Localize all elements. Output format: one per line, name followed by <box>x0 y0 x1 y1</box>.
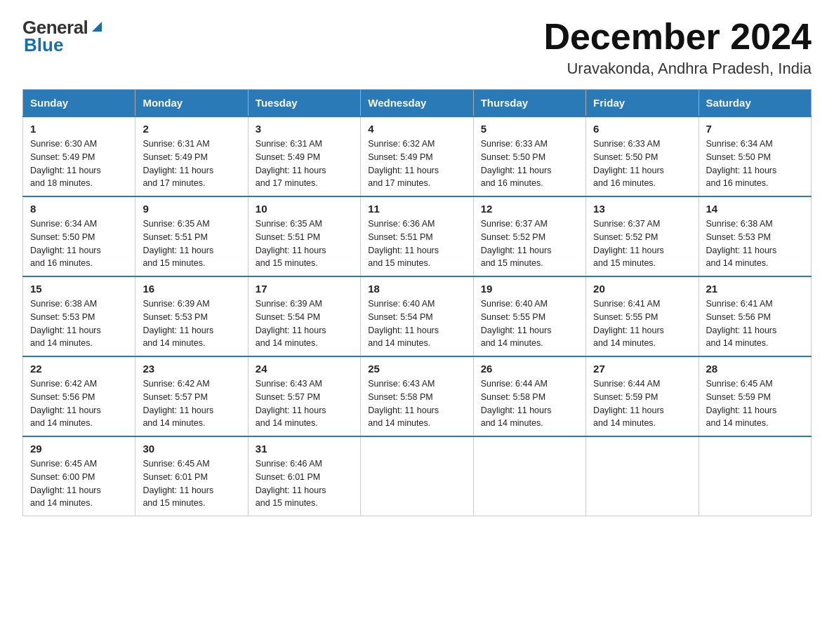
calendar-cell: 17 Sunrise: 6:39 AM Sunset: 5:54 PM Dayl… <box>248 276 360 356</box>
day-info: Sunrise: 6:37 AM Sunset: 5:52 PM Dayligh… <box>481 217 578 270</box>
logo-blue: Blue <box>22 34 63 56</box>
day-info: Sunrise: 6:44 AM Sunset: 5:59 PM Dayligh… <box>593 377 691 430</box>
day-number: 16 <box>143 283 240 295</box>
week-row-5: 29 Sunrise: 6:45 AM Sunset: 6:00 PM Dayl… <box>23 436 812 516</box>
day-number: 2 <box>143 123 240 135</box>
calendar-cell: 12 Sunrise: 6:37 AM Sunset: 5:52 PM Dayl… <box>473 196 585 276</box>
calendar-header-row: Sunday Monday Tuesday Wednesday Thursday… <box>23 90 812 117</box>
calendar-cell <box>361 436 473 516</box>
day-number: 29 <box>30 443 128 455</box>
calendar-cell: 4 Sunrise: 6:32 AM Sunset: 5:49 PM Dayli… <box>361 116 473 196</box>
day-info: Sunrise: 6:43 AM Sunset: 5:58 PM Dayligh… <box>368 377 465 430</box>
day-info: Sunrise: 6:30 AM Sunset: 5:49 PM Dayligh… <box>30 137 128 190</box>
page-header: General Blue December 2024 Uravakonda, A… <box>22 17 812 78</box>
calendar-cell <box>699 436 811 516</box>
col-thursday: Thursday <box>473 90 585 117</box>
day-info: Sunrise: 6:37 AM Sunset: 5:52 PM Dayligh… <box>593 217 691 270</box>
day-number: 19 <box>481 283 578 295</box>
day-number: 26 <box>481 363 578 375</box>
day-number: 22 <box>30 363 128 375</box>
day-number: 4 <box>368 123 465 135</box>
calendar-cell: 13 Sunrise: 6:37 AM Sunset: 5:52 PM Dayl… <box>586 196 699 276</box>
day-info: Sunrise: 6:31 AM Sunset: 5:49 PM Dayligh… <box>143 137 240 190</box>
col-friday: Friday <box>586 90 699 117</box>
day-info: Sunrise: 6:36 AM Sunset: 5:51 PM Dayligh… <box>368 217 465 270</box>
day-info: Sunrise: 6:32 AM Sunset: 5:49 PM Dayligh… <box>368 137 465 190</box>
day-info: Sunrise: 6:41 AM Sunset: 5:55 PM Dayligh… <box>593 297 691 350</box>
day-number: 25 <box>368 363 465 375</box>
calendar-cell: 7 Sunrise: 6:34 AM Sunset: 5:50 PM Dayli… <box>699 116 811 196</box>
calendar-cell: 15 Sunrise: 6:38 AM Sunset: 5:53 PM Dayl… <box>23 276 135 356</box>
day-info: Sunrise: 6:45 AM Sunset: 5:59 PM Dayligh… <box>706 377 804 430</box>
day-number: 30 <box>143 443 240 455</box>
calendar-cell: 16 Sunrise: 6:39 AM Sunset: 5:53 PM Dayl… <box>135 276 248 356</box>
calendar-cell: 24 Sunrise: 6:43 AM Sunset: 5:57 PM Dayl… <box>248 356 360 436</box>
calendar-cell: 18 Sunrise: 6:40 AM Sunset: 5:54 PM Dayl… <box>361 276 473 356</box>
calendar-cell: 5 Sunrise: 6:33 AM Sunset: 5:50 PM Dayli… <box>473 116 585 196</box>
day-info: Sunrise: 6:35 AM Sunset: 5:51 PM Dayligh… <box>256 217 353 270</box>
calendar-cell: 25 Sunrise: 6:43 AM Sunset: 5:58 PM Dayl… <box>361 356 473 436</box>
day-info: Sunrise: 6:31 AM Sunset: 5:49 PM Dayligh… <box>256 137 353 190</box>
calendar-cell <box>473 436 585 516</box>
calendar-cell: 6 Sunrise: 6:33 AM Sunset: 5:50 PM Dayli… <box>586 116 699 196</box>
day-number: 23 <box>143 363 240 375</box>
day-number: 20 <box>593 283 691 295</box>
day-info: Sunrise: 6:39 AM Sunset: 5:54 PM Dayligh… <box>256 297 353 350</box>
day-number: 31 <box>256 443 353 455</box>
day-info: Sunrise: 6:33 AM Sunset: 5:50 PM Dayligh… <box>481 137 578 190</box>
week-row-4: 22 Sunrise: 6:42 AM Sunset: 5:56 PM Dayl… <box>23 356 812 436</box>
calendar-table: Sunday Monday Tuesday Wednesday Thursday… <box>22 89 812 516</box>
day-info: Sunrise: 6:40 AM Sunset: 5:55 PM Dayligh… <box>481 297 578 350</box>
day-number: 5 <box>481 123 578 135</box>
col-saturday: Saturday <box>699 90 811 117</box>
day-number: 27 <box>593 363 691 375</box>
day-number: 12 <box>481 203 578 215</box>
calendar-cell: 8 Sunrise: 6:34 AM Sunset: 5:50 PM Dayli… <box>23 196 135 276</box>
day-number: 14 <box>706 203 804 215</box>
week-row-2: 8 Sunrise: 6:34 AM Sunset: 5:50 PM Dayli… <box>23 196 812 276</box>
calendar-cell <box>586 436 699 516</box>
week-row-3: 15 Sunrise: 6:38 AM Sunset: 5:53 PM Dayl… <box>23 276 812 356</box>
svg-marker-0 <box>92 22 102 32</box>
calendar-subtitle: Uravakonda, Andhra Pradesh, India <box>543 60 812 78</box>
calendar-cell: 19 Sunrise: 6:40 AM Sunset: 5:55 PM Dayl… <box>473 276 585 356</box>
day-number: 1 <box>30 123 128 135</box>
calendar-cell: 1 Sunrise: 6:30 AM Sunset: 5:49 PM Dayli… <box>23 116 135 196</box>
day-number: 28 <box>706 363 804 375</box>
col-sunday: Sunday <box>23 90 135 117</box>
calendar-cell: 26 Sunrise: 6:44 AM Sunset: 5:58 PM Dayl… <box>473 356 585 436</box>
day-number: 13 <box>593 203 691 215</box>
day-info: Sunrise: 6:35 AM Sunset: 5:51 PM Dayligh… <box>143 217 240 270</box>
calendar-body: 1 Sunrise: 6:30 AM Sunset: 5:49 PM Dayli… <box>23 116 812 516</box>
day-number: 9 <box>143 203 240 215</box>
day-info: Sunrise: 6:34 AM Sunset: 5:50 PM Dayligh… <box>706 137 804 190</box>
day-number: 24 <box>256 363 353 375</box>
day-number: 10 <box>256 203 353 215</box>
calendar-cell: 3 Sunrise: 6:31 AM Sunset: 5:49 PM Dayli… <box>248 116 360 196</box>
week-row-1: 1 Sunrise: 6:30 AM Sunset: 5:49 PM Dayli… <box>23 116 812 196</box>
day-info: Sunrise: 6:34 AM Sunset: 5:50 PM Dayligh… <box>30 217 128 270</box>
day-info: Sunrise: 6:43 AM Sunset: 5:57 PM Dayligh… <box>256 377 353 430</box>
day-info: Sunrise: 6:41 AM Sunset: 5:56 PM Dayligh… <box>706 297 804 350</box>
day-number: 8 <box>30 203 128 215</box>
day-info: Sunrise: 6:40 AM Sunset: 5:54 PM Dayligh… <box>368 297 465 350</box>
col-wednesday: Wednesday <box>361 90 473 117</box>
title-block: December 2024 Uravakonda, Andhra Pradesh… <box>543 17 812 78</box>
calendar-cell: 28 Sunrise: 6:45 AM Sunset: 5:59 PM Dayl… <box>699 356 811 436</box>
day-info: Sunrise: 6:45 AM Sunset: 6:00 PM Dayligh… <box>30 457 128 510</box>
day-info: Sunrise: 6:45 AM Sunset: 6:01 PM Dayligh… <box>143 457 240 510</box>
calendar-cell: 14 Sunrise: 6:38 AM Sunset: 5:53 PM Dayl… <box>699 196 811 276</box>
day-info: Sunrise: 6:42 AM Sunset: 5:56 PM Dayligh… <box>30 377 128 430</box>
calendar-cell: 2 Sunrise: 6:31 AM Sunset: 5:49 PM Dayli… <box>135 116 248 196</box>
calendar-cell: 20 Sunrise: 6:41 AM Sunset: 5:55 PM Dayl… <box>586 276 699 356</box>
calendar-cell: 10 Sunrise: 6:35 AM Sunset: 5:51 PM Dayl… <box>248 196 360 276</box>
day-info: Sunrise: 6:38 AM Sunset: 5:53 PM Dayligh… <box>30 297 128 350</box>
day-info: Sunrise: 6:46 AM Sunset: 6:01 PM Dayligh… <box>256 457 353 510</box>
day-number: 6 <box>593 123 691 135</box>
day-number: 17 <box>256 283 353 295</box>
calendar-cell: 27 Sunrise: 6:44 AM Sunset: 5:59 PM Dayl… <box>586 356 699 436</box>
day-number: 15 <box>30 283 128 295</box>
calendar-cell: 31 Sunrise: 6:46 AM Sunset: 6:01 PM Dayl… <box>248 436 360 516</box>
day-info: Sunrise: 6:33 AM Sunset: 5:50 PM Dayligh… <box>593 137 691 190</box>
day-info: Sunrise: 6:44 AM Sunset: 5:58 PM Dayligh… <box>481 377 578 430</box>
